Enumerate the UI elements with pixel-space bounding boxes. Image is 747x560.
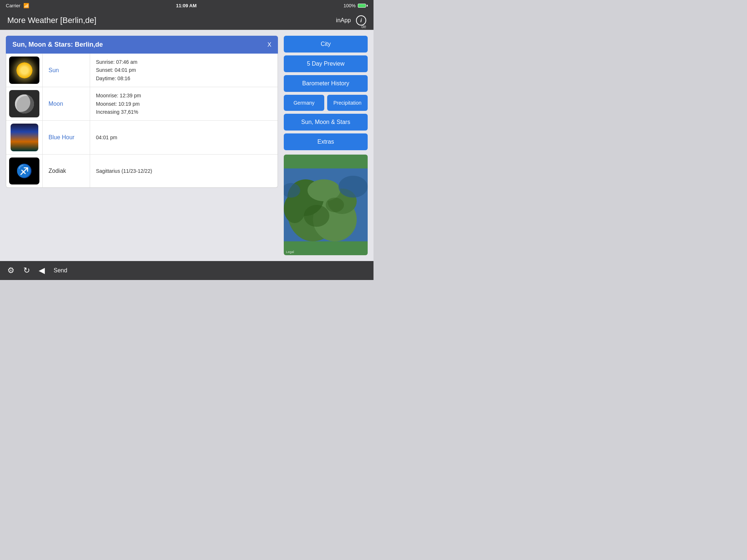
bottom-bar: ⚙ ↻ ◀ Send (0, 261, 374, 280)
moon-icon (9, 90, 39, 117)
table-row: Blue Hour 04:01 pm (6, 121, 278, 155)
zodiak-icon: ♐ (9, 158, 39, 184)
sun-detail-1: Sunrise: 07:46 am (96, 58, 272, 66)
refresh-button[interactable]: ↻ (23, 266, 30, 275)
moon-detail-3: Increasing 37,61% (96, 108, 272, 116)
sun-icon (9, 57, 39, 84)
close-button[interactable]: X (267, 42, 271, 48)
detail-cell-zodiak: Sagittarius (11/23-12/22) (90, 155, 278, 187)
icon-cell-bluehour (6, 121, 43, 154)
table-row: Sun Sunrise: 07:46 am Sunset: 04:01 pm D… (6, 54, 278, 87)
sun-detail-2: Sunset: 04:01 pm (96, 66, 272, 74)
status-bar: Carrier 📶 11:09 AM 100% (0, 0, 374, 11)
map-container: Legal (284, 155, 368, 255)
time-label: 11:09 AM (176, 3, 197, 8)
detail-cell-bluehour: 04:01 pm (90, 121, 278, 154)
row-label-moon: Moon (49, 101, 63, 107)
carrier-label: Carrier (6, 3, 20, 8)
row-label-bluehour: Blue Hour (49, 134, 74, 141)
extras-button[interactable]: Extras (284, 133, 368, 150)
page-title: More Weather [Berlin,de] (7, 16, 96, 25)
settings-button[interactable]: ⚙ (7, 266, 15, 275)
name-cell-moon: Moon (43, 87, 90, 120)
table-row: ♐ Zodiak Sagittarius (11/23-12/22) (6, 155, 278, 187)
svg-point-9 (304, 205, 329, 227)
rows-container: Sun Sunrise: 07:46 am Sunset: 04:01 pm D… (6, 54, 278, 188)
precipitation-button[interactable]: Precipitation (327, 95, 368, 111)
moon-detail-2: Moonset: 10:19 pm (96, 100, 272, 108)
moon-detail-1: Moonrise: 12:39 pm (96, 92, 272, 100)
sun-detail-3: Daytime: 08:16 (96, 74, 272, 82)
table-row: Moon Moonrise: 12:39 pm Moonset: 10:19 p… (6, 87, 278, 121)
battery-label: 100% (344, 3, 356, 8)
right-panel: City 5 Day Preview Barometer History Ger… (284, 36, 368, 255)
svg-point-10 (326, 198, 344, 212)
city-button[interactable]: City (284, 36, 368, 52)
left-panel: Sun, Moon & Stars: Berlin,de X Sun Sunri… (6, 36, 278, 255)
name-cell-zodiak: Zodiak (43, 155, 90, 187)
battery-icon (358, 4, 368, 8)
status-left: Carrier 📶 (6, 3, 29, 8)
status-right: 100% (344, 3, 368, 8)
svg-point-7 (338, 176, 368, 198)
de-label: de (361, 24, 366, 29)
svg-point-6 (284, 194, 306, 223)
bluehour-icon (11, 124, 38, 151)
inapp-label: inApp (336, 17, 351, 24)
nav-bar: More Weather [Berlin,de] inApp i (0, 11, 374, 30)
icon-cell-zodiak: ♐ (6, 155, 43, 187)
map-svg (284, 155, 368, 255)
button-row: Germany Precipitation (284, 95, 368, 111)
back-button[interactable]: ◀ (39, 266, 45, 275)
barometer-history-button[interactable]: Barometer History (284, 75, 368, 92)
zodiak-detail-1: Sagittarius (11/23-12/22) (96, 167, 272, 175)
main-layout: Sun, Moon & Stars: Berlin,de X Sun Sunri… (0, 30, 374, 261)
send-button[interactable]: Send (54, 267, 67, 274)
icon-cell-sun (6, 54, 43, 87)
germany-button[interactable]: Germany (284, 95, 324, 111)
five-day-preview-button[interactable]: 5 Day Preview (284, 55, 368, 72)
detail-cell-moon: Moonrise: 12:39 pm Moonset: 10:19 pm Inc… (90, 87, 278, 120)
name-cell-bluehour: Blue Hour (43, 121, 90, 154)
bluehour-detail-1: 04:01 pm (96, 133, 272, 141)
wifi-icon: 📶 (23, 3, 29, 8)
card-title: Sun, Moon & Stars: Berlin,de (12, 41, 103, 48)
card-header: Sun, Moon & Stars: Berlin,de X (6, 36, 278, 54)
row-label-sun: Sun (49, 67, 59, 74)
map-legal-label: Legal (286, 250, 294, 254)
icon-cell-moon (6, 87, 43, 120)
zodiak-symbol: ♐ (16, 163, 32, 179)
name-cell-sun: Sun (43, 54, 90, 87)
detail-cell-sun: Sunrise: 07:46 am Sunset: 04:01 pm Dayti… (90, 54, 278, 87)
row-label-zodiak: Zodiak (49, 168, 66, 174)
sun-moon-stars-button[interactable]: Sun, Moon & Stars (284, 114, 368, 131)
